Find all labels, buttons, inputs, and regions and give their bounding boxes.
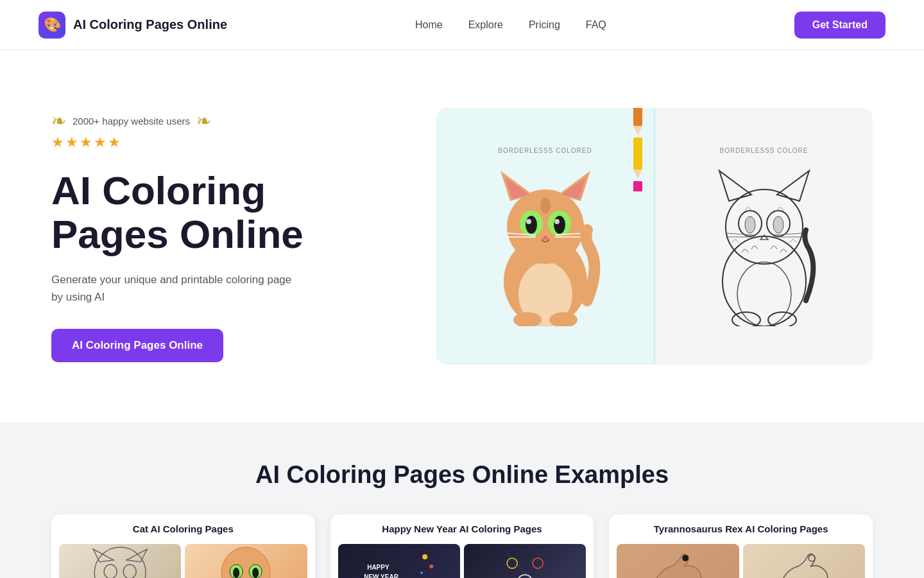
nav-link-explore[interactable]: Explore [468,19,503,31]
svg-rect-27 [633,181,642,191]
svg-point-64 [682,555,689,561]
example-card-cat: Cat AI Coloring Pages [51,514,315,578]
svg-point-36 [745,216,755,233]
trex-card-title: Tyrannosaurus Rex AI Coloring Pages [609,514,873,541]
laurel-left-icon: ❧ [51,110,66,132]
svg-point-12 [526,219,531,224]
brand-logo-icon: 🎨 [38,12,65,39]
svg-point-45 [94,547,146,578]
svg-point-59 [420,572,423,574]
svg-marker-24 [633,126,642,136]
trex-card-images [609,541,873,578]
svg-text:NEW YEAR: NEW YEAR [364,574,398,578]
nav-links: Home Explore Pricing FAQ [415,19,606,31]
svg-point-44 [768,312,796,326]
hero-heading: AI Coloring Pages Online [51,169,304,256]
svg-point-37 [773,216,783,233]
svg-text:HAPPY: HAPPY [367,564,389,571]
svg-point-11 [554,216,565,234]
nye-image-left: HAPPY NEW YEAR [338,544,460,578]
svg-point-50 [221,547,270,578]
examples-grid: Cat AI Coloring Pages [51,514,873,578]
colored-cat-svg [488,159,603,326]
hero-image: BORDERLESSS COLORED [436,108,873,365]
pencils-strip [628,108,647,191]
svg-marker-38 [760,235,768,240]
svg-point-48 [104,565,117,578]
nye-card-title: Happy New Year AI Coloring Pages [330,514,594,541]
svg-point-60 [507,558,517,568]
cat-sketch-svg [59,544,181,578]
example-card-nye: Happy New Year AI Coloring Pages HAPPY N… [330,514,594,578]
svg-point-62 [517,575,533,578]
hero-section: ❧ 2000+ happy website users ❧ ★★★★★ AI C… [0,50,924,423]
svg-marker-32 [719,171,751,201]
svg-rect-25 [633,137,642,170]
hero-image-lineart: BORDERLESSS COLORE [654,108,873,365]
trex-colored-svg [617,544,739,578]
svg-point-53 [233,568,239,578]
get-started-button[interactable]: Get Started [794,12,886,39]
example-card-trex: Tyrannosaurus Rex AI Coloring Pages [609,514,873,578]
svg-marker-47 [126,549,147,562]
svg-point-57 [422,554,427,559]
pencils-svg [628,108,647,191]
examples-section: AI Coloring Pages Online Examples Cat AI… [0,423,924,578]
svg-marker-46 [93,549,114,562]
hero-image-colored: BORDERLESSS COLORED [436,108,654,365]
svg-point-65 [809,555,815,561]
social-proof: ❧ 2000+ happy website users ❧ ★★★★★ [51,110,304,151]
nav-brand[interactable]: 🎨 AI Coloring Pages Online [38,12,227,39]
cat-image-right [185,544,307,578]
svg-point-58 [429,565,433,568]
svg-point-31 [726,189,803,264]
navbar: 🎨 AI Coloring Pages Online Home Explore … [0,0,924,50]
nye-svg: HAPPY NEW YEAR [338,544,460,578]
lineart-cat-svg [706,159,822,326]
trex-image-right [743,544,865,578]
trex-image-left [617,544,739,578]
svg-point-10 [526,216,537,234]
nav-link-faq[interactable]: FAQ [586,19,606,31]
svg-line-63 [506,550,544,578]
svg-point-30 [737,262,791,326]
svg-point-29 [723,236,806,326]
brand-name: AI Coloring Pages Online [73,17,227,32]
star-rating: ★★★★★ [51,134,122,151]
cat-card-title: Cat AI Coloring Pages [51,514,315,541]
cat-card-images [51,541,315,578]
hero-cta-button[interactable]: AI Coloring Pages Online [51,329,223,362]
svg-point-7 [540,198,551,213]
svg-point-61 [533,558,543,568]
svg-point-49 [123,565,136,578]
trex-sketch-svg [743,544,865,578]
hero-subtext: Generate your unique and printable color… [51,271,295,306]
svg-point-13 [554,219,560,224]
colored-label: BORDERLESSS COLORED [498,147,592,154]
nav-link-home[interactable]: Home [415,19,443,31]
svg-point-43 [732,312,760,326]
hero-left: ❧ 2000+ happy website users ❧ ★★★★★ AI C… [51,110,304,362]
nye-dark-svg [464,544,586,578]
svg-marker-33 [777,171,809,201]
nye-card-images: HAPPY NEW YEAR [330,541,594,578]
cat-image-left [59,544,181,578]
examples-title: AI Coloring Pages Online Examples [51,461,873,489]
laurel-right-icon: ❧ [196,110,211,132]
svg-marker-26 [633,170,642,179]
nav-link-pricing[interactable]: Pricing [529,19,560,31]
social-proof-text: 2000+ happy website users [73,116,190,127]
svg-point-54 [252,568,259,578]
lineart-label: BORDERLESSS COLORE [719,147,808,154]
social-proof-row: ❧ 2000+ happy website users ❧ [51,110,211,132]
nye-image-right [464,544,586,578]
svg-rect-23 [633,108,642,126]
cat-color-svg [185,544,307,578]
